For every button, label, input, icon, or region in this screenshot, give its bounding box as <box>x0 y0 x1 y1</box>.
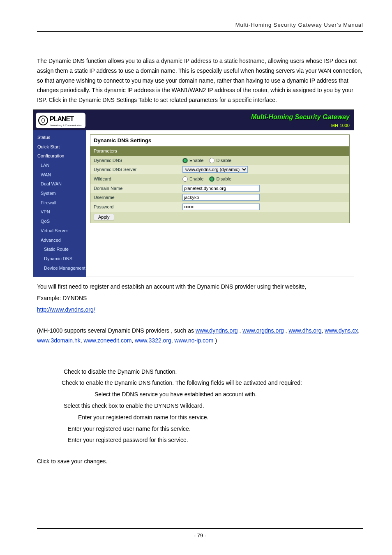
product-title: Multi-Homing Security Gateway MH-1000 <box>251 111 350 130</box>
brand-tagline: Networking & Communication <box>50 123 82 127</box>
radio-disable-wildcard-label: Disable <box>216 175 231 183</box>
sidebar-item-virtualserver[interactable]: Virtual Server <box>33 226 86 236</box>
link-dyns[interactable]: www.dyns.cx <box>325 327 358 334</box>
sidebar-item-lan[interactable]: LAN <box>33 161 86 170</box>
product-name: Multi-Homing Security Gateway <box>251 111 350 123</box>
bullet-password: Enter your registered password for this … <box>37 435 363 445</box>
sidebar-item-configuration[interactable]: Configuration <box>33 151 86 161</box>
bullet-disable: Check to disable the Dynamic DNS functio… <box>37 367 363 377</box>
after-line-1: You will first need to register and esta… <box>37 282 363 292</box>
closing-line: Click to save your changes. <box>37 457 363 467</box>
intro-paragraph: The Dynamic DNS function allows you to a… <box>37 56 363 105</box>
link-3322[interactable]: www.3322.org <box>135 337 171 344</box>
radio-enable-ddns-label: Enable <box>189 157 203 164</box>
row-label-password: Password <box>90 202 179 212</box>
sidebar-item-vpn[interactable]: VPN <box>33 207 86 217</box>
brand-logo: PLANET Networking & Communication <box>36 113 85 128</box>
radio-disable-ddns[interactable] <box>209 158 214 163</box>
bullet-username: Enter your registered user name for this… <box>37 424 363 434</box>
providers-prefix: (MH-1000 supports several Dynamic DNS pr… <box>37 327 196 334</box>
link-dhs[interactable]: www.dhs.org <box>288 327 321 334</box>
radio-disable-wildcard[interactable] <box>209 176 214 182</box>
closing-post: to save your changes. <box>51 458 107 465</box>
settings-title: Dynamic DNS Settings <box>90 135 349 146</box>
product-model: MH-1000 <box>251 122 350 130</box>
intro-text-b: in the Dynamic DNS Settings Table to set… <box>63 97 277 103</box>
providers-line: (MH-1000 supports several Dynamic DNS pr… <box>37 326 363 346</box>
row-label-wildcard: Wildcard <box>90 174 179 184</box>
closing-pre: Click <box>37 458 49 465</box>
sidebar-item-devicemgmt[interactable]: Device Management <box>33 264 86 273</box>
sidebar-item-quickstart[interactable]: Quick Start <box>33 142 86 152</box>
link-noip[interactable]: www.no-ip.com <box>175 337 214 344</box>
apply-button[interactable]: Apply <box>94 214 114 220</box>
settings-table: Dynamic DNS Enable Disable Dynamic DNS <box>90 156 349 212</box>
running-header: Multi-Homing Security Gateway User's Man… <box>37 21 363 30</box>
screenshot-header: PLANET Networking & Communication Multi-… <box>33 110 354 130</box>
sidebar-item-qos[interactable]: QoS <box>33 217 86 226</box>
sidebar-item-firewall[interactable]: Firewall <box>33 198 86 208</box>
sidebar-item-system[interactable]: System <box>33 189 86 198</box>
row-label-dnsserver: Dynamic DNS Server <box>90 165 179 174</box>
link-3domain[interactable]: www.3domain.hk <box>37 337 81 344</box>
sidebar-item-advanced[interactable]: Advanced <box>33 236 86 245</box>
settings-box: Dynamic DNS Settings Parameters Dynamic … <box>90 134 350 223</box>
bullet-enable: Check to enable the Dynamic DNS function… <box>37 378 363 388</box>
radio-enable-wildcard[interactable] <box>182 176 188 182</box>
bullet-server: Select the DDNS service you have establi… <box>37 390 363 400</box>
settings-subtitle: Parameters <box>90 146 349 156</box>
radio-disable-ddns-label: Disable <box>216 157 231 164</box>
sidebar-item-staticroute[interactable]: Static Route <box>33 245 86 254</box>
input-domain[interactable] <box>182 185 260 192</box>
providers-suffix: ) <box>215 337 217 344</box>
input-username[interactable] <box>182 194 260 201</box>
brand-name: PLANET <box>50 116 74 123</box>
link-dyndns[interactable]: http://www.dyndns.org/ <box>37 306 95 313</box>
footer-rule <box>37 528 363 529</box>
header-rule <box>37 31 363 32</box>
bullet-domain: Enter your registered domain name for th… <box>37 413 363 423</box>
radio-enable-wildcard-label: Enable <box>189 175 203 183</box>
row-label-domain: Domain Name <box>90 184 179 193</box>
after-line-2: Example: DYNDNS <box>37 294 363 303</box>
globe-icon <box>38 116 48 125</box>
sidebar-item-dualwan[interactable]: Dual WAN <box>33 179 86 189</box>
sidebar: Status Quick Start Configuration LAN WAN… <box>33 130 86 277</box>
row-label-username: Username <box>90 193 179 202</box>
screenshot-panel: PLANET Networking & Communication Multi-… <box>33 109 354 277</box>
sidebar-item-dynamicdns[interactable]: Dynamic DNS <box>33 254 86 264</box>
input-password[interactable] <box>182 204 260 210</box>
radio-enable-ddns[interactable] <box>182 158 188 163</box>
main-content: Dynamic DNS Settings Parameters Dynamic … <box>86 130 354 277</box>
sidebar-item-status[interactable]: Status <box>33 133 86 142</box>
apply-row: Apply <box>90 212 349 223</box>
select-dnsserver[interactable]: www.dyndns.org (dynamic) <box>182 166 248 173</box>
bullet-wildcard: Select this check box to enable the DYND… <box>37 401 363 411</box>
row-label-dynamicdns: Dynamic DNS <box>90 156 179 165</box>
link-orgdns[interactable]: www.orgdns.org <box>242 327 284 334</box>
link-dyndns-org[interactable]: www.dyndns.org <box>196 327 238 334</box>
link-zoneedit[interactable]: www.zoneedit.com <box>84 337 132 344</box>
sidebar-item-wan[interactable]: WAN <box>33 170 86 180</box>
page-number: - 79 - <box>194 532 206 539</box>
